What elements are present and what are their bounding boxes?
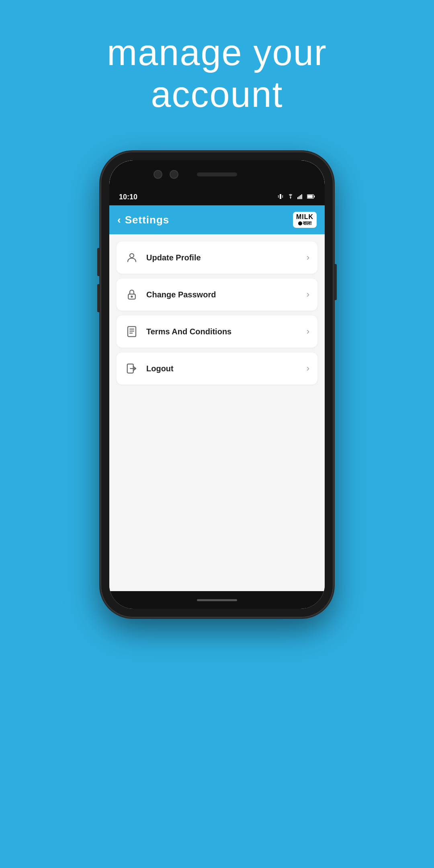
back-button[interactable]: ‹	[117, 214, 121, 226]
menu-item-left: Update Profile	[125, 250, 201, 265]
battery-icon	[307, 194, 315, 201]
svg-rect-7	[301, 194, 302, 199]
status-icons	[277, 193, 315, 201]
svg-rect-10	[307, 195, 313, 198]
chevron-right-icon: ›	[307, 326, 309, 337]
menu-item-logout[interactable]: Logout ›	[117, 352, 317, 385]
menu-label-change-password: Change Password	[146, 290, 216, 299]
svg-rect-1	[278, 195, 278, 198]
phone-bottom-bar	[109, 591, 325, 609]
svg-rect-4	[297, 197, 298, 199]
chevron-right-icon: ›	[307, 252, 309, 263]
chevron-right-icon: ›	[307, 363, 309, 374]
hero-heading: manage your account	[107, 32, 327, 115]
logo-milk-text: MILK	[296, 213, 313, 221]
svg-rect-14	[128, 327, 136, 337]
status-bar: 10:10	[109, 188, 325, 205]
volume-down-button	[97, 284, 100, 312]
person-icon	[125, 250, 139, 265]
logo-wala-text: वाला	[298, 221, 311, 226]
front-sensor-icon	[170, 170, 178, 179]
page-title: Settings	[125, 214, 170, 226]
menu-item-change-password[interactable]: Change Password ›	[117, 278, 317, 311]
signal-icon	[297, 194, 304, 201]
phone-notch	[109, 160, 325, 188]
front-camera-icon	[154, 170, 162, 179]
svg-rect-0	[280, 194, 281, 199]
lock-icon	[125, 287, 139, 302]
menu-label-update-profile: Update Profile	[146, 253, 201, 262]
phone-screen: 10:10	[109, 160, 325, 609]
svg-rect-5	[299, 196, 299, 199]
menu-item-terms-conditions[interactable]: Terms And Conditions ›	[117, 315, 317, 348]
phone-mockup: 10:10	[100, 151, 334, 618]
menu-label-logout: Logout	[146, 364, 174, 373]
speaker-icon	[197, 172, 237, 176]
app-header: ‹ Settings MILK वाला	[109, 205, 325, 234]
logout-icon	[125, 361, 139, 376]
svg-point-13	[131, 296, 133, 297]
app-logo: MILK वाला	[293, 212, 317, 228]
menu-item-left: Terms And Conditions	[125, 324, 231, 339]
svg-rect-9	[314, 195, 315, 197]
app-content: Update Profile › Change Password	[109, 234, 325, 591]
header-left: ‹ Settings	[117, 214, 169, 226]
status-time: 10:10	[119, 193, 137, 201]
wifi-icon	[287, 193, 294, 201]
chevron-right-icon: ›	[307, 289, 309, 300]
logo-dot	[298, 221, 302, 225]
svg-point-3	[290, 198, 291, 199]
menu-item-left: Change Password	[125, 287, 216, 302]
volume-up-button	[97, 248, 100, 276]
vibrate-icon	[277, 193, 284, 201]
menu-item-left: Logout	[125, 361, 174, 376]
home-indicator	[197, 599, 237, 601]
svg-rect-2	[283, 195, 283, 198]
menu-item-update-profile[interactable]: Update Profile ›	[117, 242, 317, 274]
document-icon	[125, 324, 139, 339]
menu-label-terms-conditions: Terms And Conditions	[146, 327, 231, 336]
svg-rect-6	[300, 195, 301, 199]
svg-point-11	[130, 254, 134, 258]
power-button	[334, 264, 337, 300]
